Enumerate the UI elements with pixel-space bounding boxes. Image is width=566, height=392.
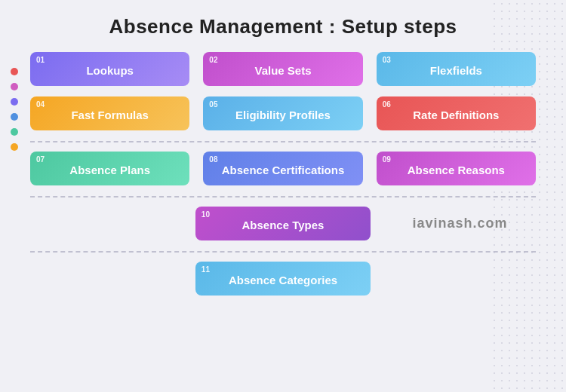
step-label-03: Flexfields [430, 64, 482, 77]
step-num-02: 02 [209, 56, 217, 64]
eligibility-profiles-card[interactable]: 05Eligibility Profiles [203, 96, 362, 130]
row-1: 01Lookups02Value Sets03Flexfields [30, 52, 536, 86]
step-num-08: 08 [209, 155, 217, 164]
rate-definitions-card[interactable]: 06Rate Definitions [377, 96, 536, 130]
step-label-10: Absence Types [242, 219, 325, 231]
main-content: 01Lookups02Value Sets03Flexfields 04Fast… [0, 52, 566, 296]
value-sets-card[interactable]: 02Value Sets [203, 52, 362, 86]
row-5-wrap: 11 Absence Categories [30, 262, 536, 296]
page-title: Absence Management : Setup steps [0, 0, 566, 52]
step-label-04: Fast Formulas [71, 109, 149, 121]
step-num-01: 01 [36, 56, 45, 64]
lookups-card[interactable]: 01Lookups [30, 52, 189, 86]
absence-reasons-card[interactable]: 09Absence Reasons [377, 152, 536, 185]
step-label-05: Eligibility Profiles [235, 109, 331, 121]
absence-types-card[interactable]: 10 Absence Types [195, 207, 371, 240]
step-label-02: Value Sets [254, 64, 311, 77]
step-label-08: Absence Certifications [222, 164, 345, 176]
step-num-07: 07 [36, 155, 45, 164]
divider-2 [30, 196, 536, 198]
step-num-10: 10 [201, 210, 210, 219]
fast-formulas-card[interactable]: 04Fast Formulas [30, 96, 189, 130]
flexfields-card[interactable]: 03Flexfields [377, 52, 536, 86]
step-label-07: Absence Plans [69, 164, 150, 176]
row-3: 07Absence Plans08Absence Certifications0… [30, 152, 536, 185]
watermark: iavinash.com [413, 216, 508, 231]
absence-plans-card[interactable]: 07Absence Plans [30, 152, 189, 185]
divider-3 [30, 251, 536, 253]
step-num-06: 06 [383, 100, 391, 109]
step-num-03: 03 [383, 56, 391, 64]
step-label-09: Absence Reasons [408, 164, 505, 176]
divider-1 [30, 141, 536, 142]
step-label-01: Lookups [86, 64, 134, 77]
step-num-11: 11 [201, 265, 210, 274]
step-num-09: 09 [383, 155, 391, 164]
step-num-04: 04 [36, 100, 45, 109]
row-4-wrap: 10 Absence Types iavinash.com [30, 207, 536, 240]
step-num-05: 05 [209, 100, 217, 109]
step-label-11: Absence Categories [229, 274, 337, 286]
absence-categories-card[interactable]: 11 Absence Categories [195, 262, 371, 296]
row-2: 04Fast Formulas05Eligibility Profiles06R… [30, 96, 536, 130]
step-label-06: Rate Definitions [413, 109, 499, 121]
absence-certifications-card[interactable]: 08Absence Certifications [203, 152, 362, 185]
